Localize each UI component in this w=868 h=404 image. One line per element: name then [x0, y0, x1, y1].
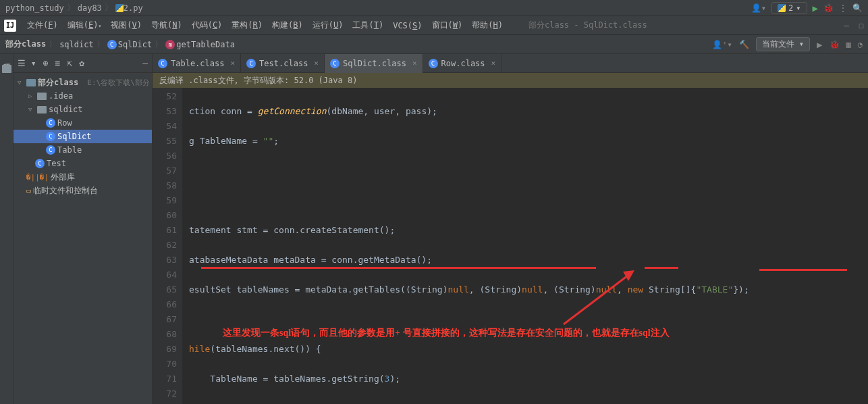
class-icon: C [107, 40, 117, 49]
annotation-text: 这里发现一条sql语句，而且他的参数是用+ 号直接拼接的，这种写法是存在安全问题… [223, 326, 670, 340]
nav-run-config[interactable]: 当前文件 ▾ [756, 37, 810, 51]
ide-logo[interactable]: IJ [4, 20, 16, 32]
menu-build[interactable]: 构建(B) [268, 18, 307, 32]
nav-crumb[interactable]: getTableData [176, 40, 235, 49]
user-icon[interactable]: 👤▾ [751, 3, 766, 13]
menu-run[interactable]: 运行(U) [308, 18, 348, 32]
search-icon[interactable]: 🔍 [852, 3, 863, 13]
chevron-icon: 〉 [67, 2, 75, 14]
menu-tools[interactable]: 工具(T) [348, 18, 387, 32]
class-icon: C [46, 132, 55, 141]
class-icon: C [35, 159, 45, 168]
tree-class[interactable]: CTable [13, 143, 152, 157]
debug-button[interactable]: 🐞 [823, 3, 834, 13]
folder-icon[interactable] [2, 65, 11, 73]
collapse-icon[interactable]: ≡ [55, 58, 60, 68]
project-tree: ▽部分class E:\谷歌下载\部分 ▷.idea ▽sqldict CRow… [13, 73, 152, 200]
nav-crumb[interactable]: sqldict [59, 40, 94, 49]
annotation-underline [201, 267, 596, 269]
folder-icon [37, 93, 47, 100]
tree-class-selected[interactable]: CSqlDict [13, 130, 152, 143]
method-icon: m [165, 40, 175, 49]
tree-class[interactable]: CTest [13, 157, 152, 170]
python-icon [778, 4, 786, 12]
left-tool-strip: 项目 [0, 54, 13, 404]
tab-row[interactable]: CRow.class× [423, 54, 502, 73]
tree-class[interactable]: CRow [13, 116, 152, 130]
menu-refactor[interactable]: 重构(R) [227, 18, 267, 32]
menu-help[interactable]: 帮助(H) [468, 18, 507, 32]
tree-folder[interactable]: ▷.idea [13, 89, 152, 103]
build-button[interactable]: 🔨 [739, 40, 749, 49]
tree-external-lib[interactable]: �||�|外部库 [13, 170, 152, 184]
folder-icon [26, 79, 36, 86]
nav-run-button[interactable]: ▶ [817, 39, 822, 50]
run-config-dropdown[interactable]: 2 ▾ [771, 2, 807, 14]
menu-edit[interactable]: 编辑(E)▾ [63, 18, 106, 32]
nav-crumb[interactable]: SqlDict [118, 40, 153, 49]
chevron-icon: 〉 [105, 2, 113, 14]
tree-scratches[interactable]: ▭临时文件和控制台 [13, 184, 152, 197]
project-toolbar: ☰ ▾ ⊕ ≡ ⇱ ✿ — [13, 54, 152, 73]
svg-marker-1 [623, 270, 634, 281]
close-icon[interactable]: × [491, 59, 496, 68]
expand-icon[interactable]: ⇱ [67, 58, 72, 68]
navigation-bar: 部分class 〉 sqldict 〉 C SqlDict 〉 m getTab… [0, 35, 868, 54]
maximize-button[interactable]: ☐ [859, 20, 864, 30]
nav-profile-button[interactable]: ◔ [858, 40, 863, 49]
top-breadcrumb-bar: python_study 〉 day83 〉 2.py 👤▾ 2 ▾ ▶ 🐞 ⋮… [0, 0, 868, 16]
window-title: 部分class - SqlDict.class [528, 20, 647, 31]
source[interactable]: ction conn = getConnection(dbName, user,… [182, 88, 868, 404]
python-icon [115, 4, 124, 12]
crumb[interactable]: day83 [78, 3, 102, 13]
tab-sqldict[interactable]: CSqlDict.class× [325, 54, 423, 73]
nav-crumb[interactable]: 部分class [5, 39, 46, 50]
minimize-button[interactable]: — [844, 20, 849, 30]
scratch-icon: ▭ [26, 186, 31, 195]
class-icon: C [46, 145, 55, 155]
editor-area: CTable.class× CTest.class× CSqlDict.clas… [153, 54, 868, 404]
more-actions[interactable]: ⋮ [839, 3, 847, 13]
tab-table[interactable]: CTable.class× [153, 54, 241, 73]
nav-debug-button[interactable]: 🐞 [830, 40, 840, 49]
hide-icon[interactable]: — [142, 58, 148, 68]
menu-view[interactable]: 视图(V) [107, 18, 146, 32]
tree-root[interactable]: ▽部分class E:\谷歌下载\部分 [13, 76, 152, 89]
user-add-icon[interactable]: 👤⁺▾ [712, 40, 732, 49]
menu-code[interactable]: 代码(C) [188, 18, 227, 32]
crumb[interactable]: python_study [5, 3, 64, 13]
menu-vcs[interactable]: VCS(S) [389, 20, 426, 32]
close-icon[interactable]: × [314, 59, 319, 68]
library-icon: �||�| [26, 173, 49, 182]
close-icon[interactable]: × [412, 59, 417, 68]
list-icon[interactable]: ☰ ▾ [18, 58, 36, 68]
chevron-icon: 〉 [155, 39, 163, 50]
menu-file[interactable]: 文件(F) [23, 18, 62, 32]
gear-icon[interactable]: ✿ [79, 58, 84, 68]
chevron-icon: 〉 [97, 39, 105, 50]
tab-test[interactable]: CTest.class× [241, 54, 325, 73]
class-icon: C [158, 59, 167, 68]
menu-window[interactable]: 窗口(W) [428, 18, 467, 32]
current-file[interactable]: 2.py [124, 3, 143, 13]
run-button[interactable]: ▶ [813, 3, 818, 14]
annotation-underline [759, 269, 847, 271]
decompile-banner: 反编译 .class文件, 字节码版本: 52.0 (Java 8) [153, 73, 868, 88]
chevron-down-icon: ▾ [796, 3, 801, 13]
class-icon: C [429, 59, 438, 68]
class-icon: C [330, 59, 340, 68]
tree-folder[interactable]: ▽sqldict [13, 103, 152, 116]
close-icon[interactable]: × [230, 59, 235, 68]
folder-icon [37, 106, 47, 113]
nav-coverage-button[interactable]: ▦ [846, 40, 851, 49]
run-config-label: 2 [788, 3, 793, 13]
menu-navigate[interactable]: 导航(N) [147, 18, 186, 32]
svg-line-0 [564, 276, 628, 324]
chevron-icon: 〉 [49, 39, 57, 50]
class-icon: C [46, 118, 55, 128]
target-icon[interactable]: ⊕ [43, 58, 49, 68]
editor-tabs: CTable.class× CTest.class× CSqlDict.clas… [153, 54, 868, 73]
code-editor[interactable]: 5253545556575859606162636465666768697071… [153, 88, 868, 404]
annotation-arrow [557, 270, 638, 331]
gutter: 5253545556575859606162636465666768697071… [153, 88, 182, 404]
